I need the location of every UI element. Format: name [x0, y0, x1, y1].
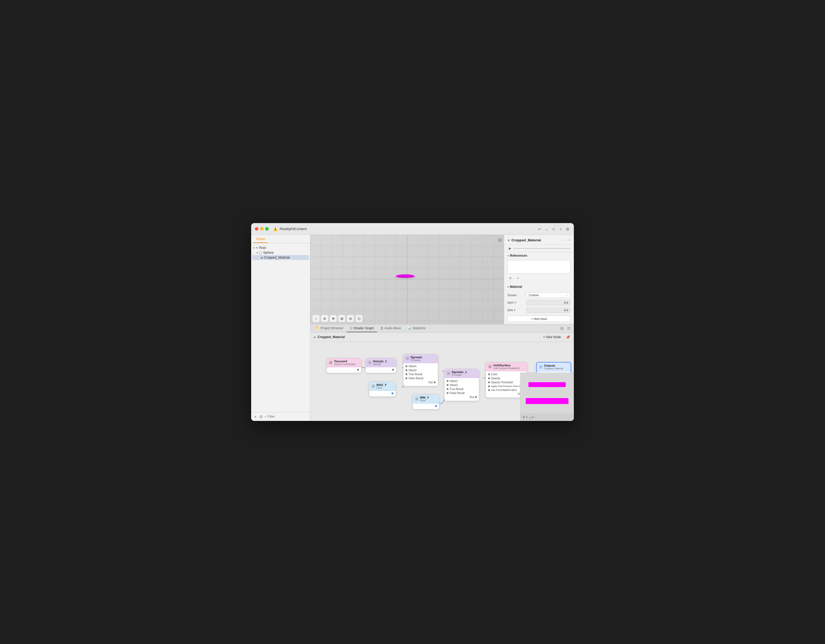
maxy-body	[369, 391, 396, 396]
add-item-button[interactable]: +	[253, 414, 257, 419]
unlit-threshold-label: Opacity Threshold	[491, 381, 513, 384]
focus-button[interactable]: ⊕	[321, 315, 328, 322]
maximize-button[interactable]	[265, 227, 269, 231]
unlit-opacity-port: Opacity	[488, 376, 525, 381]
sidebar-tabs: Scene	[251, 235, 310, 243]
ifgreater-v1-label: Value1	[408, 365, 417, 368]
tab-audio-mixer[interactable]: 🎛 Audio Mixer	[377, 325, 405, 332]
zoom-button[interactable]: ⊕	[347, 315, 354, 322]
split-vertical-button[interactable]: ⊡	[566, 325, 572, 331]
close-button[interactable]	[255, 227, 258, 231]
texcoord-subtitle: Texture Coordinates	[334, 363, 356, 365]
tab-project-browser[interactable]: 📁 Project Browser	[312, 325, 347, 332]
unlit-postprocess-dot	[488, 385, 490, 387]
miny-title: MIN_Y	[420, 396, 429, 399]
ifg1-v1-label: Value1	[450, 379, 458, 382]
unlit-title: UnlitSurface	[493, 364, 519, 367]
ifg1-true-port: True Result	[446, 387, 477, 391]
panel-layout-buttons: ⊟ ⊡	[559, 325, 572, 331]
playbar-track	[513, 248, 571, 249]
miny-out-dot	[435, 405, 437, 407]
node-ifgreater[interactable]: > Ifgreater If Greater Value1	[403, 354, 438, 386]
split-horizontal-button[interactable]: ⊟	[559, 325, 565, 331]
center-area: ⌂ ⊕ ✥ ⊠ ⊕ ⊡ ⊞ ◈ Cropped_Materia	[310, 235, 574, 421]
pan-button[interactable]: ✥	[330, 315, 337, 322]
ifgreater-subtitle: If Greater	[411, 359, 422, 362]
forward-button[interactable]: ⌄	[544, 226, 549, 231]
ifg1-false-label: False Result	[450, 391, 465, 394]
panel-more-button[interactable]: ···	[567, 237, 571, 242]
folder-icon: 📁	[316, 326, 320, 330]
ifgreater1-subtitle: If Greater	[452, 374, 467, 376]
node-swizzle[interactable]: ≈ Swizzle_1 Swizzle	[365, 358, 396, 373]
project-browser-label: Project Browser	[321, 326, 343, 330]
tree-item-root[interactable]: ▾ ✦ Root	[252, 245, 309, 250]
ifg1-out-port: Out	[446, 395, 477, 399]
tree-item-sphere[interactable]: ▾ ◯ Sphere	[252, 250, 309, 255]
panel-title: Cropped_Material	[511, 238, 565, 242]
min-y-label: MIN Y	[507, 308, 526, 312]
shader-label: Shader	[507, 294, 526, 297]
node-texcoord[interactable]: ⊞ Texcoord Texture Coordinates	[326, 358, 362, 373]
home-button[interactable]: ⌂	[312, 315, 320, 322]
shader-row: Shader Custom ⌄	[507, 291, 571, 299]
node-min-y[interactable]: ⊙ MIN_Y Float	[412, 394, 439, 409]
sphere-icon: ◯	[259, 251, 262, 254]
main-layout: Scene ▾ ✦ Root ▾ ◯ Sphere ◈ Cropped_Mate…	[251, 235, 574, 421]
new-node-button[interactable]: + New Node	[541, 334, 564, 340]
sphere-chevron: ▾	[256, 251, 258, 254]
ifgreater-icon: >	[405, 357, 409, 361]
node-ifgreater1[interactable]: > Ifgreater_1 If Greater Value1	[444, 369, 479, 401]
new-input-button[interactable]: + New Input	[507, 316, 571, 322]
pin-button[interactable]: 📌	[565, 334, 571, 340]
max-y-value[interactable]: 0.6	[526, 300, 571, 305]
share-button[interactable]: ⎋	[551, 226, 556, 231]
unlit-threshold-port: Opacity Threshold	[488, 381, 525, 384]
texcoord-title: Texcoord	[334, 360, 356, 363]
unlit-premult-dot	[488, 389, 490, 391]
swizzle-out-dot	[392, 369, 394, 371]
shader-graph-label: Shader Graph	[354, 326, 374, 330]
filter-input[interactable]	[267, 415, 308, 419]
node-max-y[interactable]: ⊙ MAX_Y Float	[369, 382, 396, 397]
ifg1-value1-port: Value1	[446, 379, 477, 383]
graph-header: ◈ Cropped_Material + New Node 📌	[310, 333, 574, 342]
ifg1-value2-port: Value2	[446, 383, 477, 387]
audio-mixer-label: Audio Mixer	[384, 326, 401, 330]
add-reference-button[interactable]: +	[507, 275, 513, 281]
shader-select[interactable]: Custom ⌄	[526, 293, 571, 298]
viewport-expand-button[interactable]: ⊞	[498, 237, 502, 243]
scene-tab[interactable]: Scene	[253, 236, 268, 243]
options-button[interactable]: ⊙	[259, 414, 263, 419]
outputs-header: ⊙ Outputs Cropped_Material	[537, 363, 571, 371]
ifgreater-false-dot	[405, 377, 407, 379]
play-button[interactable]: ▶	[507, 246, 512, 251]
root-icon: ✦	[256, 246, 258, 250]
outputs-icon: ⊙	[539, 365, 543, 369]
preview-env-button[interactable]: △ ▾	[529, 416, 534, 419]
tab-statistics[interactable]: 📊 Statistics	[405, 325, 429, 332]
fit-button[interactable]: ⊠	[338, 315, 345, 322]
viewport[interactable]: ⌂ ⊕ ✥ ⊠ ⊕ ⊡ ⊞	[310, 235, 504, 324]
panel-header: ◈ Cropped_Material ···	[504, 235, 574, 245]
references-section-header[interactable]: ▾ References	[504, 252, 574, 259]
root-label: Root	[259, 246, 266, 250]
material-section-header[interactable]: ▾ Material	[504, 283, 574, 290]
ifgreater-out-label: Out	[428, 381, 433, 384]
min-y-value[interactable]: 0.4	[526, 308, 571, 313]
outputs-title: Outputs	[544, 364, 563, 367]
tab-shader-graph[interactable]: ⬡ Shader Graph	[347, 325, 377, 332]
graph-canvas[interactable]: ⊞ Texcoord Texture Coordinates	[310, 342, 574, 421]
minimize-button[interactable]	[260, 227, 264, 231]
top-row: ⌂ ⊕ ✥ ⊠ ⊕ ⊡ ⊞ ◈ Cropped_Materia	[310, 235, 574, 324]
screenshot-button[interactable]: ⊡	[355, 315, 363, 322]
tree-item-material[interactable]: ◈ Cropped_Material	[252, 255, 309, 260]
layout-button[interactable]: ⊞	[565, 226, 570, 231]
maxy-out-port	[371, 392, 393, 395]
remove-reference-button[interactable]: −	[515, 275, 521, 281]
preview-settings-button[interactable]: ⚙ ▾	[522, 416, 528, 419]
material-section-title: Material	[510, 285, 522, 289]
material-icon: ◈	[261, 256, 263, 259]
plus-button[interactable]: +	[558, 226, 563, 231]
back-button[interactable]: ↩	[537, 226, 542, 231]
